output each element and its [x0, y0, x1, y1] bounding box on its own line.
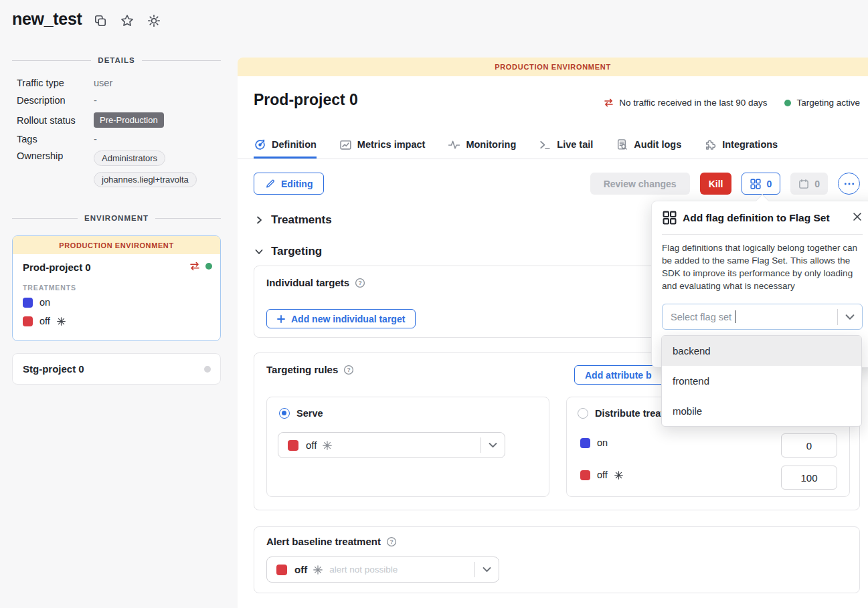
treatments-section-toggle[interactable]: Treatments — [254, 213, 332, 227]
description-row: Description - — [17, 95, 218, 106]
environment-title: Prod-project 0 — [254, 91, 358, 109]
serve-treatment-value: off — [306, 439, 317, 451]
percent-input-on[interactable]: 0 — [781, 433, 837, 458]
treatment-row-on: on — [23, 297, 50, 308]
treatment-name: off — [39, 316, 50, 326]
tab-metrics-impact[interactable]: Metrics impact — [339, 132, 426, 159]
editing-button[interactable]: Editing — [254, 173, 324, 195]
tab-monitoring[interactable]: Monitoring — [448, 132, 516, 159]
serve-radio-row[interactable]: Serve — [279, 408, 323, 419]
distribute-radio[interactable] — [578, 408, 588, 419]
alert-baseline-value: off — [294, 564, 307, 575]
targeting-status-text: Targeting active — [796, 98, 860, 108]
metrics-impact-icon — [339, 138, 352, 151]
tab-definition[interactable]: Definition — [254, 132, 317, 159]
option-frontend[interactable]: frontend — [662, 366, 861, 396]
default-treatment-icon — [57, 317, 66, 326]
calendar-icon — [798, 179, 809, 189]
pencil-icon — [265, 179, 275, 189]
traffic-swap-icon — [189, 262, 200, 271]
description-label: Description — [17, 95, 94, 106]
tab-label: Integrations — [722, 139, 778, 150]
gear-icon[interactable] — [147, 13, 161, 28]
environment-name: Stg-project 0 — [23, 363, 84, 375]
grid-icon — [750, 179, 761, 189]
popover-description: Flag definitions that logically belong t… — [662, 241, 865, 292]
live-tail-icon — [539, 138, 551, 151]
add-individual-target-button[interactable]: Add new individual target — [266, 309, 416, 328]
treatment-off-swatch — [580, 470, 590, 480]
schedule-count: 0 — [814, 179, 820, 189]
details-heading: DETAILS — [12, 56, 221, 64]
close-icon[interactable] — [851, 210, 864, 223]
environment-card-production[interactable]: PRODUCTION ENVIRONMENT Prod-project 0 TR… — [12, 235, 221, 341]
help-icon[interactable]: ? — [343, 365, 354, 375]
description-value: - — [94, 95, 97, 106]
tab-audit-logs[interactable]: Audit logs — [616, 132, 681, 159]
flag-set-count: 0 — [766, 179, 772, 189]
serve-treatment-select[interactable]: off — [278, 432, 505, 458]
integrations-icon — [704, 138, 717, 151]
distribute-row-on: on — [580, 437, 608, 448]
tab-label: Monitoring — [466, 139, 516, 150]
monitoring-icon — [448, 138, 460, 151]
tab-label: Metrics impact — [357, 139, 426, 150]
targeting-active-dot — [205, 263, 212, 270]
schedule-button[interactable]: 0 — [790, 173, 828, 195]
treatments-heading: TREATMENTS — [23, 284, 76, 292]
option-backend[interactable]: backend — [662, 336, 861, 366]
serve-radio[interactable] — [279, 408, 290, 419]
treatment-off-swatch — [276, 565, 287, 575]
audit-logs-icon — [616, 138, 628, 151]
treatment-name: off — [597, 470, 608, 480]
environment-name: Prod-project 0 — [23, 262, 91, 273]
text-cursor — [735, 310, 735, 323]
option-mobile[interactable]: mobile — [662, 396, 861, 426]
percent-input-off[interactable]: 100 — [781, 466, 837, 490]
grid-icon — [663, 211, 677, 225]
review-changes-button[interactable]: Review changes — [590, 173, 690, 195]
kill-button[interactable]: Kill — [700, 173, 732, 195]
copy-icon[interactable] — [93, 13, 108, 28]
treatment-on-swatch — [580, 438, 590, 448]
treatment-off-swatch — [288, 440, 298, 451]
editing-label: Editing — [281, 179, 313, 189]
treatment-row-off: off — [23, 316, 66, 326]
traffic-type-label: Traffic type — [17, 78, 94, 88]
traffic-status-text: No traffic received in the last 90 days — [619, 98, 767, 108]
flag-sets-button[interactable]: 0 — [742, 173, 780, 195]
add-individual-target-label: Add new individual target — [291, 314, 405, 324]
add-attribute-rule-label: Add attribute b — [585, 370, 652, 381]
production-environment-banner: PRODUCTION ENVIRONMENT — [13, 236, 220, 254]
rollout-label: Rollout status — [17, 115, 94, 126]
tab-label: Live tail — [557, 139, 593, 150]
alert-baseline-select[interactable]: off alert not possible — [266, 556, 499, 583]
page-title: new_test — [12, 9, 82, 29]
ownership-row-2: johannes.liegl+travolta — [17, 172, 218, 187]
treatment-name: on — [597, 437, 608, 448]
distribute-row-off: off — [580, 470, 623, 480]
help-icon[interactable]: ? — [386, 536, 397, 547]
svg-text:?: ? — [347, 367, 351, 373]
tab-bar: Definition Metrics impact Monitoring — [238, 132, 868, 159]
traffic-type-value: user — [94, 78, 112, 88]
plus-icon — [277, 315, 285, 323]
owner-pill[interactable]: Administrators — [94, 150, 165, 166]
treatments-section-label: Treatments — [271, 213, 332, 227]
targeting-section-toggle[interactable]: Targeting — [254, 245, 322, 258]
select-placeholder: Select flag set — [671, 312, 731, 322]
help-icon[interactable]: ? — [355, 278, 365, 288]
traffic-type-row: Traffic type user — [17, 78, 218, 88]
title-actions — [93, 13, 161, 28]
flag-set-select-input[interactable]: Select flag set — [662, 304, 863, 330]
targeting-active-dot — [784, 100, 791, 106]
tab-live-tail[interactable]: Live tail — [539, 132, 593, 159]
tab-integrations[interactable]: Integrations — [704, 132, 778, 159]
star-icon[interactable] — [120, 13, 135, 28]
tags-label: Tags — [17, 134, 94, 144]
more-actions-button[interactable] — [838, 173, 860, 195]
tab-label: Audit logs — [634, 139, 681, 150]
svg-text:?: ? — [359, 280, 362, 286]
owner-pill[interactable]: johannes.liegl+travolta — [94, 172, 197, 187]
environment-card-staging[interactable]: Stg-project 0 — [12, 353, 221, 385]
